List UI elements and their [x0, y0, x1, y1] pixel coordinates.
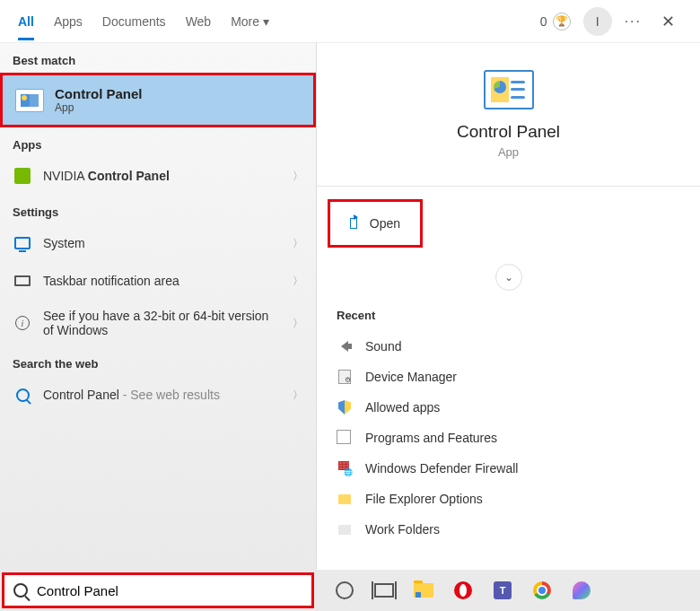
best-match-subtitle: App: [55, 101, 143, 114]
user-avatar[interactable]: I: [583, 7, 612, 36]
taskbar-pinned: T: [316, 578, 610, 603]
firewall-icon: [337, 460, 353, 476]
preview-panel: Control Panel App Open ⌄ Recent Sound De…: [316, 43, 700, 570]
setting-system[interactable]: System 〉: [0, 224, 316, 262]
app-result-nvidia[interactable]: NVIDIA Control Panel 〉: [0, 157, 316, 195]
open-icon: [350, 218, 357, 229]
chevron-right-icon: 〉: [293, 274, 303, 289]
device-manager-icon: [337, 369, 353, 385]
preview-header: Control Panel App: [317, 43, 700, 177]
open-button[interactable]: Open: [328, 199, 423, 248]
work-folders-icon: [337, 521, 353, 537]
chevron-right-icon: 〉: [293, 316, 303, 331]
best-match-header: Best match: [0, 43, 316, 73]
tab-web[interactable]: Web: [186, 4, 212, 39]
expand-chevron-icon[interactable]: ⌄: [495, 264, 522, 291]
close-icon[interactable]: ✕: [654, 8, 682, 35]
opera-icon[interactable]: [451, 578, 476, 603]
recent-sound[interactable]: Sound: [337, 331, 680, 362]
results-panel: Best match Control Panel App Apps NVIDIA…: [0, 43, 316, 570]
task-view-icon[interactable]: [372, 578, 397, 603]
recent-file-explorer-options[interactable]: File Explorer Options: [337, 484, 680, 514]
points-value: 0: [540, 14, 547, 29]
search-icon: [13, 583, 28, 598]
setting-label: Taskbar notification area: [43, 274, 282, 288]
control-panel-icon-large: [484, 70, 534, 109]
search-tabs: All Apps Documents Web More ▾: [18, 4, 540, 39]
best-match-item[interactable]: Control Panel App: [0, 73, 316, 127]
rewards-points[interactable]: 0 🏆: [540, 13, 571, 31]
shield-icon: [337, 399, 353, 415]
recent-programs-features[interactable]: Programs and Features: [337, 423, 680, 453]
setting-label: See if you have a 32-bit or 64-bit versi…: [43, 309, 282, 337]
folder-options-icon: [337, 491, 353, 507]
setting-taskbar-notification[interactable]: Taskbar notification area 〉: [0, 262, 316, 300]
preview-subtitle: App: [335, 145, 682, 159]
open-label: Open: [370, 216, 400, 231]
paint3d-icon[interactable]: [569, 578, 594, 603]
web-result-label: Control Panel - See web results: [43, 388, 282, 402]
recent-allowed-apps[interactable]: Allowed apps: [337, 392, 680, 423]
setting-system-type[interactable]: i See if you have a 32-bit or 64-bit ver…: [0, 300, 316, 346]
header-right: 0 🏆 I ··· ✕: [540, 7, 682, 36]
speaker-icon: [337, 338, 353, 354]
chrome-icon[interactable]: [529, 578, 555, 603]
taskbar: T: [0, 570, 700, 611]
file-explorer-icon[interactable]: [411, 578, 436, 603]
search-input[interactable]: [37, 583, 302, 598]
tab-documents[interactable]: Documents: [102, 4, 166, 39]
best-match-title: Control Panel: [55, 86, 143, 101]
recent-device-manager[interactable]: Device Manager: [337, 362, 680, 392]
control-panel-icon: [15, 89, 44, 112]
monitor-icon: [13, 233, 32, 253]
header-bar: All Apps Documents Web More ▾ 0 🏆 I ··· …: [0, 0, 700, 43]
app-result-label: NVIDIA Control Panel: [43, 169, 282, 183]
setting-label: System: [43, 236, 282, 250]
chevron-right-icon: 〉: [293, 169, 303, 184]
recent-firewall[interactable]: Windows Defender Firewall: [337, 453, 680, 484]
info-icon: i: [13, 313, 32, 333]
recent-section: Recent Sound Device Manager Allowed apps…: [317, 300, 700, 554]
search-box[interactable]: [2, 572, 314, 608]
web-header: Search the web: [0, 346, 316, 376]
recent-header: Recent: [337, 309, 680, 322]
cortana-icon[interactable]: [332, 578, 357, 603]
tab-more[interactable]: More ▾: [231, 4, 269, 39]
more-options-icon[interactable]: ···: [625, 13, 642, 30]
tab-all[interactable]: All: [18, 4, 34, 39]
settings-header: Settings: [0, 195, 316, 224]
trophy-icon: 🏆: [553, 13, 571, 31]
chevron-right-icon: 〉: [293, 388, 303, 403]
chevron-right-icon: 〉: [293, 236, 303, 251]
recent-work-folders[interactable]: Work Folders: [337, 514, 680, 545]
search-icon: [13, 385, 32, 405]
taskbar-icon: [13, 271, 32, 291]
apps-header: Apps: [0, 127, 316, 157]
programs-icon: [337, 430, 353, 446]
preview-title: Control Panel: [335, 122, 682, 142]
teams-icon[interactable]: T: [490, 578, 515, 603]
nvidia-icon: [13, 166, 32, 186]
tab-apps[interactable]: Apps: [54, 4, 83, 39]
web-result[interactable]: Control Panel - See web results 〉: [0, 376, 316, 414]
separator: [317, 186, 700, 187]
